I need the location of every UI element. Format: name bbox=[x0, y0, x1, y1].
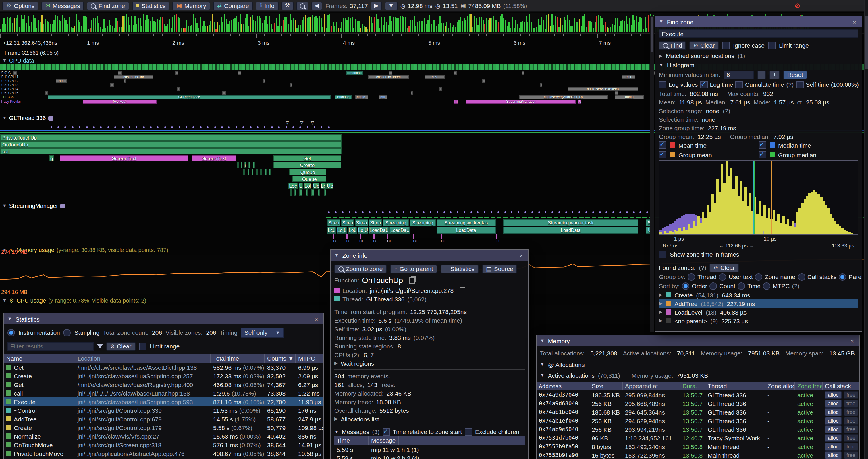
message-dot[interactable] bbox=[129, 126, 130, 128]
bin-minus-button[interactable]: - bbox=[757, 70, 766, 79]
group-by-radio-call-stacks[interactable] bbox=[798, 273, 805, 281]
zone[interactable] bbox=[243, 169, 245, 175]
streaming-tick[interactable] bbox=[497, 234, 498, 239]
zoom-search-button[interactable] bbox=[296, 1, 308, 10]
message-dot[interactable] bbox=[626, 211, 628, 213]
allocation-row[interactable]: 0x74ab1be040186.68 KB294,645,364ns13:50.… bbox=[536, 407, 859, 416]
column-header-counts[interactable]: Counts ▼ bbox=[265, 354, 296, 363]
search-button[interactable]: Find zone bbox=[87, 1, 129, 10]
zone[interactable]: Queue bbox=[292, 176, 326, 182]
cpu-zone[interactable] bbox=[522, 71, 524, 75]
message-dot[interactable] bbox=[633, 211, 634, 213]
column-header-location[interactable]: Location bbox=[75, 354, 211, 363]
self-time-checkbox[interactable] bbox=[796, 81, 803, 88]
message-row[interactable]: 5.59 smip 11 w 1 h 1 (1) bbox=[334, 445, 525, 454]
streaming-tick[interactable] bbox=[387, 234, 388, 239]
thread-note-icon[interactable] bbox=[60, 203, 65, 208]
zone[interactable] bbox=[312, 190, 314, 196]
sampling-radio[interactable] bbox=[63, 329, 71, 336]
close-icon[interactable]: × bbox=[851, 18, 858, 25]
message-dot[interactable] bbox=[355, 211, 357, 213]
cpu-zone[interactable]: Ti bbox=[454, 100, 458, 104]
message-dot[interactable] bbox=[122, 126, 123, 128]
cpu-zone[interactable]: cds bbox=[425, 75, 445, 79]
zone[interactable] bbox=[256, 169, 258, 175]
table-row[interactable]: Unloadjni/../jni/src/claw/graphics/pixel… bbox=[4, 458, 323, 459]
expand-icon[interactable]: ▶ bbox=[659, 292, 662, 297]
column-header-zone-alloc[interactable]: Zone alloc bbox=[765, 382, 795, 390]
message-dot[interactable] bbox=[264, 126, 266, 128]
zone[interactable]: Streaming worker task bbox=[503, 219, 638, 226]
clear-found-button[interactable]: ⊘Clear bbox=[710, 263, 739, 272]
streaming-tick[interactable] bbox=[441, 234, 442, 239]
found-zone-group[interactable]: ▶LoadLevel(18)406.88 µs bbox=[659, 308, 858, 316]
free-callstack-button[interactable]: free bbox=[844, 451, 858, 459]
message-dot[interactable] bbox=[57, 126, 59, 128]
message-dot[interactable] bbox=[348, 211, 350, 213]
message-dot[interactable] bbox=[552, 211, 553, 213]
group-by-radio-zone-name[interactable] bbox=[755, 273, 763, 281]
message-dot[interactable] bbox=[491, 211, 492, 213]
zone[interactable]: Strea bbox=[341, 219, 354, 226]
found-zone-group[interactable]: ▶AddTree(18,542)227.19 ms bbox=[659, 299, 858, 308]
message-dot[interactable] bbox=[86, 126, 88, 128]
cpu-zone[interactable] bbox=[222, 91, 226, 95]
zone[interactable] bbox=[237, 162, 239, 168]
message-dot[interactable] bbox=[565, 211, 567, 213]
message-dot[interactable] bbox=[423, 211, 425, 213]
message-dot[interactable] bbox=[497, 211, 499, 213]
zone[interactable]: call bbox=[0, 148, 342, 155]
message-dot[interactable] bbox=[271, 126, 273, 128]
message-dot[interactable] bbox=[640, 211, 641, 213]
zone[interactable]: Lo U bbox=[337, 227, 347, 234]
tools-button[interactable]: ⚒ bbox=[281, 1, 293, 10]
source-button[interactable]: ▤Source bbox=[482, 264, 517, 273]
cpu-zone[interactable]: cds_ol_rx_thr bbox=[114, 75, 154, 79]
filter-input[interactable] bbox=[7, 342, 94, 351]
column-header-time[interactable]: Time bbox=[334, 436, 369, 445]
zone[interactable]: Up bbox=[326, 183, 333, 189]
memory-button[interactable]: ▦Memory bbox=[173, 1, 210, 10]
zone[interactable] bbox=[290, 190, 292, 196]
legend-checkbox[interactable] bbox=[659, 151, 666, 159]
message-dot[interactable] bbox=[416, 211, 418, 213]
messages-table-header[interactable]: TimeMessage bbox=[334, 436, 525, 445]
allocation-row[interactable]: 0x74ab9e5040256 KB293,994,219ns13:50.7GL… bbox=[536, 425, 859, 433]
message-dot[interactable] bbox=[236, 126, 237, 128]
message-dot[interactable] bbox=[396, 211, 398, 213]
sort-by-radio-order[interactable] bbox=[682, 282, 689, 290]
zone[interactable] bbox=[300, 190, 302, 196]
cpu-zone[interactable] bbox=[238, 71, 241, 75]
message-dot[interactable] bbox=[200, 126, 202, 128]
cpu-zone[interactable] bbox=[13, 71, 17, 75]
message-dot[interactable] bbox=[484, 211, 486, 213]
find-button[interactable]: Find bbox=[659, 41, 686, 50]
message-dot[interactable] bbox=[403, 211, 404, 213]
close-icon[interactable]: × bbox=[848, 337, 856, 344]
zone[interactable]: LoadDaU bbox=[369, 227, 389, 234]
message-dot[interactable] bbox=[619, 211, 621, 213]
zone[interactable]: Strea bbox=[369, 219, 382, 226]
message-dot[interactable] bbox=[531, 211, 533, 213]
zone[interactable] bbox=[240, 162, 243, 168]
group-by-radio-parent[interactable] bbox=[839, 273, 846, 281]
cpu-zone[interactable] bbox=[389, 71, 392, 75]
free-callstack-button[interactable]: free bbox=[844, 408, 858, 416]
cpu-zone[interactable] bbox=[263, 79, 266, 83]
message-dot[interactable] bbox=[335, 211, 337, 213]
message-dot[interactable] bbox=[157, 126, 159, 128]
message-dot[interactable] bbox=[214, 126, 216, 128]
location-value[interactable]: jni/../jni/src/guif/Screen.cpp:278 bbox=[370, 287, 454, 294]
message-dot[interactable] bbox=[307, 126, 308, 128]
ignore-case-checkbox[interactable] bbox=[722, 42, 730, 49]
message-dot[interactable] bbox=[150, 126, 152, 128]
go-to-parent-button[interactable]: ↑Go to parent bbox=[390, 264, 437, 273]
streaming-tick[interactable] bbox=[346, 234, 347, 239]
message-dot[interactable] bbox=[362, 211, 364, 213]
timeline-scrollbar[interactable] bbox=[650, 15, 654, 332]
cpu-zone[interactable]: StreamingManager bbox=[466, 100, 576, 104]
zone[interactable]: ScreenText bbox=[60, 155, 188, 161]
relative-time-checkbox[interactable] bbox=[382, 428, 390, 435]
cpu-zone[interactable]: audio bbox=[615, 95, 644, 99]
column-header-thread[interactable]: Thread bbox=[706, 382, 765, 390]
